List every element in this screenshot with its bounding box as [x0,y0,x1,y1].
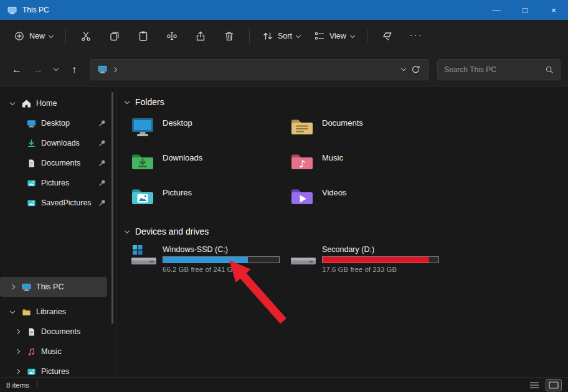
sidebar-item-this-pc[interactable]: This PC [0,277,107,297]
copy-button[interactable] [101,26,128,46]
folder-name: Videos [322,184,347,197]
search-input[interactable] [444,65,541,74]
rename-button[interactable] [158,26,186,46]
sort-icon [262,30,273,42]
view-icon [314,30,325,42]
hard-drive-icon [290,244,317,268]
sort-button-label: Sort [278,32,292,40]
folder-tile-documents[interactable]: Documents [290,114,449,144]
recent-locations-button[interactable] [50,68,62,70]
folder-tile-music[interactable]: ♪ Music [290,149,449,179]
up-button[interactable]: ↑ [65,64,83,75]
more-options-button[interactable]: ··· [402,29,430,44]
folder-tile-downloads[interactable]: Downloads [130,149,290,179]
folder-name: Desktop [163,114,192,128]
close-button[interactable]: × [539,0,568,20]
chevron-right-icon[interactable] [15,349,20,354]
extension-icon [382,30,393,42]
address-bar[interactable] [90,59,428,80]
sidebar-item-libraries-documents[interactable]: Documents [0,322,116,342]
extension-button[interactable] [374,26,401,46]
sidebar-item-documents[interactable]: Documents [0,153,116,173]
drives-grid: Windows-SSD (C:) 66.2 GB free of 241 GB … [123,244,568,273]
drive-tile-d[interactable]: Secondary (D:) 17.6 GB free of 233 GB [290,244,449,273]
chevron-down-icon[interactable] [10,308,15,313]
folders-section-header[interactable]: Folders [123,95,568,114]
sidebar-item-label: Documents [41,327,116,336]
cut-icon [80,30,92,42]
view-button-label: View [329,32,346,40]
downloads-folder-icon [130,149,155,174]
section-title: Devices and drives [135,226,209,236]
sidebar-scrollbar[interactable] [111,92,113,324]
delete-button[interactable] [215,26,243,46]
paste-button[interactable] [130,26,157,46]
chevron-right-icon[interactable] [15,329,20,334]
drives-section-header[interactable]: Devices and drives [123,224,568,244]
new-button[interactable]: New [7,26,59,46]
sidebar-item-libraries-pictures[interactable]: Pictures [0,362,116,381]
drive-tile-c[interactable]: Windows-SSD (C:) 66.2 GB free of 241 GB [130,244,290,273]
details-view-button[interactable] [527,380,542,391]
copy-icon [109,30,120,42]
thumbnail-view-icon [549,381,559,389]
drive-free-space: 66.2 GB free of 241 GB [163,266,280,273]
videos-folder-icon [290,184,315,209]
folder-tile-pictures[interactable]: Pictures [130,184,290,214]
share-icon [195,30,206,42]
chevron-down-icon[interactable] [10,100,15,105]
rename-icon [166,30,178,42]
forward-button[interactable]: → [29,64,47,75]
chevron-down-icon [296,32,301,37]
pictures-icon [24,198,39,208]
pin-icon [98,139,106,147]
sidebar-item-pictures[interactable]: Pictures [0,173,116,193]
sort-button[interactable]: Sort [256,26,306,46]
music-folder-icon: ♪ [290,149,315,174]
sidebar-item-libraries[interactable]: Libraries [0,302,116,322]
thumbnail-view-button[interactable] [546,379,562,391]
sidebar-item-label: Music [41,347,116,356]
chevron-right-icon[interactable] [10,284,15,289]
document-icon [24,327,39,337]
titlebar: This PC — □ × [0,0,568,20]
share-button[interactable] [187,26,214,46]
svg-text:♪: ♪ [299,158,305,170]
back-button[interactable]: ← [7,64,26,75]
folder-name: Downloads [163,149,202,162]
document-icon [24,159,39,168]
drive-name: Secondary (D:) [322,245,439,254]
address-dropdown-icon[interactable] [401,66,406,71]
toolbar-separator [65,29,66,44]
chevron-down-icon [125,98,130,103]
toolbar-separator [249,29,250,44]
status-separator [37,381,37,389]
sidebar-item-label: Desktop [41,119,98,128]
sidebar-item-label: Home [36,99,116,108]
sidebar-item-desktop[interactable]: Desktop [0,113,116,133]
pin-icon [98,119,106,127]
sidebar-item-label: This PC [36,282,107,291]
sidebar-item-label: Pictures [41,367,116,376]
sidebar-item-downloads[interactable]: Downloads [0,133,116,153]
folder-tile-videos[interactable]: Videos [290,184,449,214]
minimize-button[interactable]: — [482,0,511,20]
chevron-down-icon [49,32,54,37]
cut-button[interactable] [72,26,100,46]
refresh-button[interactable] [411,65,420,74]
chevron-down-icon [350,32,355,37]
sidebar-item-home[interactable]: Home [0,93,116,113]
sidebar-item-savedpictures[interactable]: SavedPictures [0,193,116,213]
maximize-button[interactable]: □ [511,0,539,20]
chevron-right-icon[interactable] [15,369,20,374]
drive-usage-fill [323,257,429,263]
sidebar-item-libraries-music[interactable]: Music [0,342,116,362]
drive-usage-bar [322,256,439,263]
folder-tile-desktop[interactable]: Desktop [130,114,290,144]
music-icon [24,347,39,357]
desktop-icon [24,119,39,128]
sidebar-item-label: Downloads [41,139,98,147]
this-pc-icon [19,282,34,292]
search-box[interactable] [437,59,561,80]
view-button[interactable]: View [308,26,361,46]
